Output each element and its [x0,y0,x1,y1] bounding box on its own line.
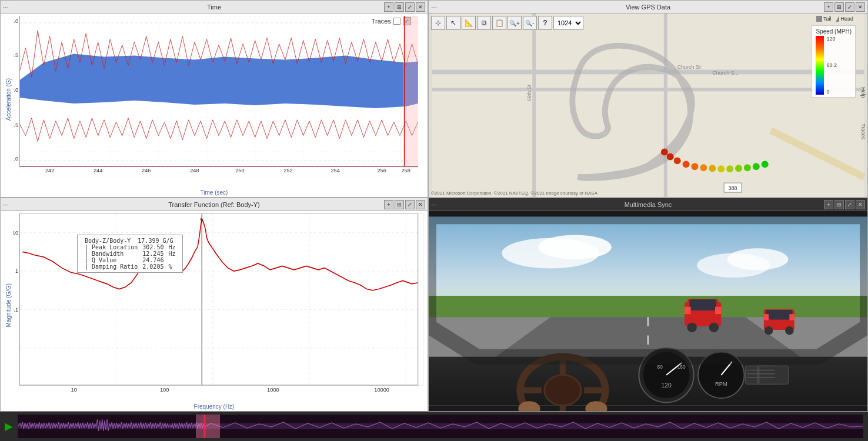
svg-point-48 [661,149,668,156]
gps-expand-button[interactable]: ⤢ [845,2,854,12]
svg-point-87 [785,326,794,335]
tf-info-label: Body-Z/Body-Y 17.399 G/G [82,238,178,244]
gps-copy-data-button[interactable]: 📋 [492,16,506,30]
legend-gradient [816,36,824,95]
mm-dots-icon: ··· [431,201,437,209]
tf-dots-icon: ··· [3,201,9,209]
add-button[interactable]: + [384,2,393,12]
video-area: 120 80 160 RPM [429,211,867,411]
tf-add-button[interactable]: + [384,200,393,209]
svg-text:252: 252 [283,168,292,173]
svg-text:256: 256 [377,168,386,173]
mm-panel-controls: + ⊞ ⤢ ✕ [824,200,865,209]
svg-text:Church S...: Church S... [712,70,739,76]
multimedia-panel: ··· Multimedia Sync + ⊞ ⤢ ✕ [428,198,868,412]
tf-expand-button[interactable]: ⤢ [405,200,415,209]
svg-text:246: 246 [142,168,151,173]
tail-label: Tail [823,16,832,22]
gps-copy-map-button[interactable]: ⧉ [477,16,491,30]
tf-bandwidth-label: | Bandwidth [82,250,140,257]
play-button[interactable]: ▶ [5,420,13,433]
svg-text:10: 10 [71,386,77,393]
gps-grid-button[interactable]: ⊞ [834,2,844,12]
mm-add-button[interactable]: + [824,200,833,209]
svg-point-81 [709,323,719,333]
gps-dots-icon: ··· [431,3,437,11]
svg-text:250: 250 [235,168,244,173]
tf-q-label: | Q Value [82,257,140,263]
svg-marker-20 [19,54,418,108]
tf-chart-area: Magnitude (G/G) Traces ⤢ Body-Z/Body-Y 1… [1,211,428,411]
tf-dr-value: 2.0205 [140,263,166,270]
svg-point-40 [726,165,733,172]
tf-grid-button[interactable]: ⊞ [395,200,404,209]
gps-toolbar: ⊹ ↖ 📐 ⧉ 📋 🔍+ 🔍- ? 512 1024 2048 [431,16,583,30]
svg-text:10000: 10000 [374,386,389,393]
svg-text:100: 100 [160,386,169,393]
timeline-container: ▶ [0,412,868,441]
gps-zoom-out-button[interactable]: 🔍- [523,16,537,30]
gps-cursor-button[interactable]: ⊹ [431,16,445,30]
tf-y-axis-label: Magnitude (G/G) [5,283,12,327]
svg-point-38 [744,164,751,171]
gps-measure-button[interactable]: 📐 [462,16,476,30]
tf-close-button[interactable]: ✕ [416,200,425,209]
mm-close-button[interactable]: ✕ [856,200,865,209]
svg-point-93 [545,375,581,406]
mm-expand-button[interactable]: ⤢ [845,200,854,209]
tf-panel-header: ··· Transfer Function (Ref: Body-Y) + ⊞ … [1,198,428,211]
gps-pan-button[interactable]: ↖ [446,16,460,30]
tf-panel-controls: + ⊞ ⤢ ✕ [384,200,425,209]
gps-map-area[interactable]: Church St Church S... 69th St 388 [429,14,867,197]
svg-text:1.0: 1.0 [14,18,18,24]
tf-peak-loc-unit: Hz [166,244,178,250]
tf-chart-svg: 10 1 0.1 10 100 1000 10000 × [14,213,424,399]
legend-mid: 60.2 [826,62,837,68]
zoom-select[interactable]: 512 1024 2048 [553,16,583,30]
grid-button[interactable]: ⊞ [395,2,404,12]
time-x-axis-label: Time (sec) [201,189,228,196]
tail-indicator: Tail [816,16,832,22]
svg-text:×: × [199,216,202,222]
svg-text:248: 248 [190,168,199,173]
svg-rect-83 [685,307,690,314]
gps-close-button[interactable]: ✕ [856,2,865,12]
svg-point-46 [674,157,681,164]
tf-peak-loc-value: 302.50 [140,244,166,250]
svg-text:242: 242 [45,168,54,173]
tf-panel-title: Transfer Function (Ref: Body-Y) [168,201,259,208]
gps-left-controls: ··· [431,3,437,11]
gps-traces-label: Traces [860,123,866,139]
svg-point-73 [727,248,789,270]
svg-text:Church St: Church St [677,64,701,70]
legend-max: 120 [826,36,837,42]
svg-text:80: 80 [657,365,663,370]
tf-dr-unit: % [166,263,178,270]
mm-left-controls: ··· [431,201,437,209]
legend-min: 0 [826,89,837,95]
expand-button[interactable]: ⤢ [405,2,415,12]
svg-rect-84 [715,307,721,314]
head-triangle-icon [836,16,839,22]
svg-point-39 [735,165,742,172]
time-panel-controls: + ⊞ ⤢ ✕ [384,2,425,12]
gps-map-svg: Church St Church S... 69th St 388 [429,14,867,197]
svg-text:1000: 1000 [267,386,279,393]
time-chart-svg: 1.0 0.5 0.0 -0.5 -1.0 242 244 246 248 25… [14,16,424,185]
tf-q-unit [166,257,178,263]
time-panel-left-controls: ··· [3,3,9,11]
svg-text:254: 254 [330,168,339,173]
mm-grid-button[interactable]: ⊞ [834,200,844,209]
waveform-area[interactable] [18,415,863,438]
gps-add-button[interactable]: + [824,2,833,12]
gps-zoom-in-button[interactable]: 🔍+ [508,16,522,30]
gps-help-button[interactable]: ? [538,16,552,30]
close-button[interactable]: ✕ [416,2,425,12]
svg-rect-82 [689,299,716,310]
tf-q-value: 24.746 [140,257,166,263]
svg-text:388: 388 [729,185,737,191]
svg-point-42 [709,165,716,172]
gps-help-label: Help [860,87,866,98]
gps-panel-header: ··· View GPS Data + ⊞ ⤢ ✕ [429,1,867,14]
svg-text:-0.5: -0.5 [14,122,18,128]
